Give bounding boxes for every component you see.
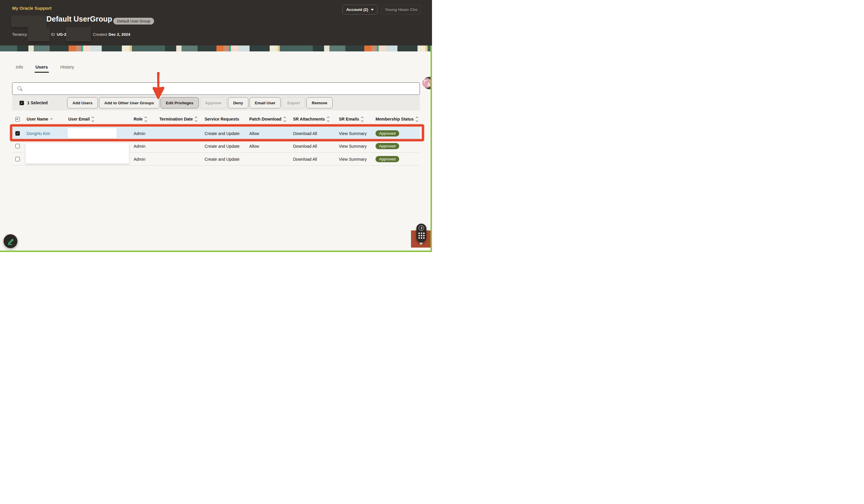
created-value: Dec 2, 2024 <box>109 32 130 37</box>
app-header: My Oracle Support Account (2) Young Hwan… <box>0 0 432 46</box>
edit-annotation-fab[interactable] <box>3 234 17 248</box>
patch-download-cell: Allow <box>246 140 290 152</box>
table-header-row: User Name User Email Role Termination Da… <box>12 111 420 127</box>
approve-button: Approve <box>200 97 227 108</box>
decorative-banner-image <box>0 46 432 51</box>
membership-status-badge: Approved <box>375 143 399 149</box>
column-header-sr-emails[interactable]: SR Emails <box>336 111 372 127</box>
sr-emails-cell: View Summary <box>336 140 372 152</box>
column-header-user-email[interactable]: User Email <box>65 111 130 127</box>
role-cell: Admin <box>130 140 156 152</box>
redacted-box <box>11 15 47 27</box>
page-title: Default UserGroup <box>46 15 112 23</box>
column-header-service-requests[interactable]: Service Requests <box>201 111 246 127</box>
email-user-button[interactable]: Email User <box>250 97 281 108</box>
search-input[interactable] <box>23 83 420 95</box>
sort-icon[interactable] <box>145 117 147 121</box>
service-requests-cell: Create and Update <box>201 140 246 152</box>
sort-asc-icon[interactable] <box>50 119 52 120</box>
row-checkbox[interactable] <box>15 157 20 161</box>
sort-icon[interactable] <box>92 117 94 121</box>
tab-history[interactable]: History <box>60 64 74 73</box>
sr-attachments-cell: Download All <box>290 127 336 140</box>
sort-icon[interactable] <box>327 117 329 121</box>
usergroup-type-badge: Default User Group <box>113 18 154 25</box>
id-label: ID <box>51 32 55 37</box>
column-header-termination-date[interactable]: Termination Date <box>156 111 201 127</box>
sr-emails-cell: View Summary <box>336 127 372 140</box>
termination-date-cell <box>156 127 201 140</box>
sort-icon[interactable] <box>361 117 363 121</box>
add-to-other-user-groups-button[interactable]: Add to Other User Groups <box>99 97 159 108</box>
user-name-link[interactable]: DongHu Kim <box>27 131 50 136</box>
row-checkbox[interactable]: ✓ <box>15 131 20 136</box>
screenshare-border-right <box>431 46 432 252</box>
column-header-role[interactable]: Role <box>130 111 156 127</box>
header-checkbox[interactable] <box>15 117 20 121</box>
apps-grid-icon[interactable] <box>418 233 424 239</box>
redacted-box <box>25 143 129 164</box>
pencil-icon <box>7 237 14 245</box>
redacted-box <box>68 128 117 138</box>
search-bar <box>12 83 420 95</box>
role-cell: Admin <box>130 127 156 140</box>
brand-title: My Oracle Support <box>12 5 51 11</box>
export-button: Export <box>282 97 305 108</box>
termination-date-cell <box>156 153 201 165</box>
deny-button[interactable]: Deny <box>228 97 248 108</box>
role-cell: Admin <box>130 153 156 165</box>
user-menu-label: Young Hwan Cho <box>385 8 418 12</box>
tenancy-label: Tenancy <box>12 32 27 37</box>
edit-privileges-button[interactable]: Edit Privileges <box>160 97 199 108</box>
id-value: UG-2 <box>57 32 66 37</box>
select-all-checkbox[interactable]: ✓ <box>20 101 24 105</box>
patch-download-cell <box>246 153 290 165</box>
column-header-sr-attachments[interactable]: SR Attachments <box>290 111 336 127</box>
add-users-button[interactable]: Add Users <box>67 97 98 108</box>
redacted-box <box>27 27 50 41</box>
sort-icon[interactable] <box>284 117 286 121</box>
service-requests-cell: Create and Update <box>201 127 246 140</box>
search-icon <box>17 86 23 91</box>
chevron-down-icon <box>371 9 374 11</box>
tab-bar: Info Users History <box>16 64 74 73</box>
sr-emails-cell: View Summary <box>336 153 372 165</box>
user-menu-button[interactable]: Young Hwan Cho <box>382 5 421 14</box>
membership-status-badge: Approved <box>375 130 399 136</box>
tab-info[interactable]: Info <box>16 64 23 73</box>
membership-status-badge: Approved <box>375 156 399 162</box>
sort-icon[interactable] <box>416 117 418 121</box>
account-dropdown-button[interactable]: Account (2) <box>343 5 377 14</box>
redacted-box <box>65 27 91 41</box>
column-header-patch-download[interactable]: Patch Download <box>246 111 290 127</box>
action-toolbar: ✓ 1 Selected Add Users Add to Other User… <box>12 95 420 110</box>
selected-count-label: 1 Selected <box>27 100 48 105</box>
screenshare-border-bottom <box>0 250 432 252</box>
service-requests-cell: Create and Update <box>201 153 246 165</box>
termination-date-cell <box>156 140 201 152</box>
tab-users[interactable]: Users <box>35 64 48 73</box>
column-header-user-name[interactable]: User Name <box>23 111 65 127</box>
page: My Oracle Support Account (2) Young Hwan… <box>0 0 432 252</box>
sort-icon[interactable] <box>195 117 197 121</box>
sr-attachments-cell: Download All <box>290 140 336 152</box>
row-checkbox[interactable] <box>15 144 20 148</box>
sr-attachments-cell: Download All <box>290 153 336 165</box>
column-header-membership-status[interactable]: Membership Status <box>372 111 420 127</box>
info-icon[interactable]: i <box>419 225 424 231</box>
created-label: Created <box>93 32 107 37</box>
patch-download-cell: Allow <box>246 127 290 140</box>
remove-button[interactable]: Remove <box>306 97 333 108</box>
account-dropdown-label: Account (2) <box>346 8 368 12</box>
floating-dock: i <box>416 224 427 243</box>
